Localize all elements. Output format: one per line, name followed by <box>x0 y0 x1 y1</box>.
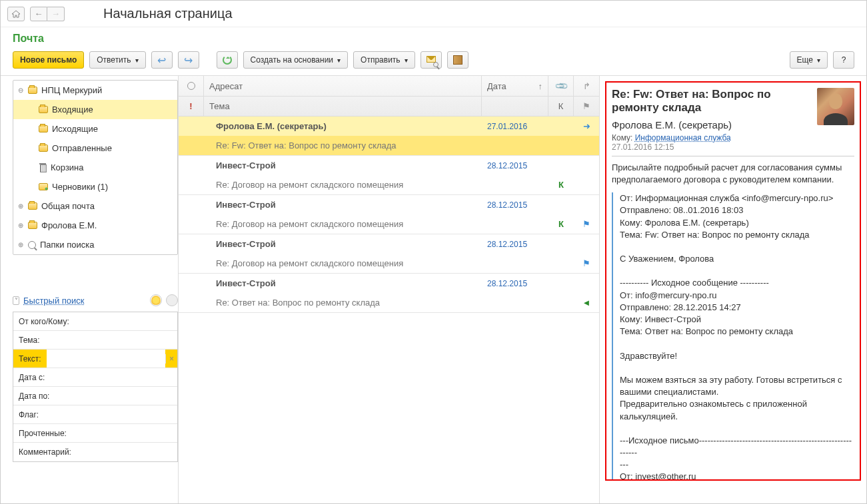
tree-label: Общая почта <box>41 201 95 211</box>
col-flag2[interactable]: ⚑ <box>574 97 599 116</box>
folder-icon <box>28 202 37 210</box>
qs-flag[interactable]: Флаг: <box>13 405 177 424</box>
circle-icon <box>187 82 195 90</box>
toolbar-search-button[interactable] <box>421 51 442 69</box>
tree-shared[interactable]: ⊕ Общая почта <box>13 196 177 216</box>
qs-date-to[interactable]: Дата по: <box>13 387 177 405</box>
home-icon <box>11 10 21 18</box>
tree-inbox[interactable]: Входящие <box>13 100 177 119</box>
forward-arrow-icon: ➜ <box>583 121 590 131</box>
home-button[interactable] <box>7 7 25 21</box>
folder-icon <box>39 125 48 132</box>
qs-subject[interactable]: Тема: <box>13 331 177 350</box>
tree-root[interactable]: ⊖ НПЦ Меркурий <box>13 81 177 100</box>
tree-label: Входящие <box>52 105 93 115</box>
col-read-indicator[interactable] <box>179 76 204 96</box>
send-button[interactable]: Отправить▾ <box>353 51 415 69</box>
arrow-right-icon: → <box>51 9 60 19</box>
col-k[interactable]: К <box>548 97 574 116</box>
qs-text-input[interactable] <box>47 350 165 368</box>
tree-outbox[interactable]: Исходящие <box>13 119 177 138</box>
mail-from: Инвест-Строй <box>204 160 482 170</box>
mail-item[interactable]: Фролова Е.М. (секретарь)27.01.2016➜Re: F… <box>179 117 599 156</box>
qs-comment[interactable]: Комментарий: <box>13 443 177 461</box>
flag-icon: ⚑ <box>582 219 590 229</box>
create-from-button[interactable]: Создать на основании▾ <box>243 51 349 69</box>
mail-item[interactable]: Инвест-Строй28.12.2015Re: Договор на рем… <box>179 195 599 234</box>
forward-button[interactable]: ↪ <box>178 51 199 69</box>
mail-from: Фролова Е.М. (секретарь) <box>204 121 482 131</box>
mail-item[interactable]: Инвест-Строй28.12.2015Re: Ответ на: Вопр… <box>179 274 599 313</box>
forward-icon: ↪ <box>184 54 193 67</box>
expand-icon[interactable]: ⊕ <box>17 202 24 210</box>
mail-date[interactable]: 28.12.2015 <box>487 200 527 210</box>
address-book-button[interactable] <box>447 51 468 69</box>
tree-label: Папки поиска <box>40 240 94 250</box>
envelope-search-icon <box>427 55 436 65</box>
tree-drafts[interactable]: Черновики (1) <box>13 177 177 196</box>
tree-frolova[interactable]: ⊕ Фролова Е.М. <box>13 216 177 235</box>
collapse-icon[interactable]: ⊖ <box>17 87 24 94</box>
mail-date[interactable]: 28.12.2015 <box>487 240 527 249</box>
col-priority[interactable]: ! <box>179 97 204 116</box>
sort-asc-icon: ↑ <box>538 81 543 91</box>
page-title: Начальная страница <box>103 6 233 21</box>
arrow-left-icon: ← <box>35 9 43 19</box>
tree-sent[interactable]: Отправленные <box>13 138 177 158</box>
preview-pane: Re: Fw: Ответ на: Вопрос по ремонту скла… <box>600 76 866 503</box>
tree-label: Отправленные <box>52 143 112 153</box>
search-icon <box>28 241 36 249</box>
book-icon <box>453 55 462 65</box>
col-addressee[interactable]: Адресат <box>204 76 482 96</box>
expand-icon[interactable]: ⊕ <box>17 222 24 229</box>
mail-date[interactable]: 28.12.2015 <box>487 161 527 170</box>
col-attachment[interactable]: 📎 <box>548 76 574 96</box>
preview-datetime: 27.01.2016 12:15 <box>612 142 854 152</box>
titlebar: ← → Начальная страница <box>1 1 866 27</box>
mail-from: Инвест-Строй <box>204 278 482 288</box>
qs-title-link[interactable]: Быстрый поиск <box>23 296 85 306</box>
expand-icon[interactable]: ⊕ <box>17 241 24 248</box>
qs-clear-button[interactable] <box>166 294 178 306</box>
draft-icon <box>39 183 48 190</box>
mail-item[interactable]: Инвест-Строй28.12.2015Re: Договор на рем… <box>179 234 599 274</box>
qs-hint-button[interactable] <box>150 294 162 306</box>
forward-button[interactable]: → <box>47 7 65 21</box>
qs-text-clear[interactable]: × <box>165 354 177 364</box>
tree-label: Фролова Е.М. <box>41 220 97 230</box>
col-subject[interactable]: Тема <box>204 97 482 116</box>
flag-icon: ⚑ <box>582 258 590 268</box>
refresh-button[interactable] <box>217 51 238 69</box>
col-flag[interactable]: ↱ <box>574 76 599 96</box>
mail-k: К <box>548 219 574 229</box>
reply-icon: ↩ <box>157 54 166 67</box>
sidebar: ⊖ НПЦ Меркурий Входящие Исходящие <box>1 76 179 503</box>
back-button[interactable]: ← <box>30 7 47 21</box>
mail-subject: Re: Fw: Ответ на: Вопрос по ремонту скла… <box>204 140 482 150</box>
help-button[interactable]: ? <box>833 51 854 69</box>
tree-label: НПЦ Меркурий <box>41 85 102 95</box>
qs-date-from[interactable]: Дата с: <box>13 368 177 387</box>
qs-collapse[interactable]: ˅ <box>13 296 19 305</box>
tree-search-folders[interactable]: ⊕ Папки поиска <box>13 235 177 254</box>
mail-item[interactable]: Инвест-Строй28.12.2015Re: Договор на рем… <box>179 156 599 195</box>
preview-to-link[interactable]: Информационная служба <box>635 133 731 142</box>
mail-date[interactable]: 28.12.2015 <box>487 279 527 288</box>
mail-subject: Re: Договор на ремонт складского помещен… <box>204 180 482 190</box>
mail-date[interactable]: 27.01.2016 <box>487 122 527 131</box>
folder-icon <box>39 144 48 152</box>
preview-body: Присылайте подробный расчет для согласов… <box>612 162 854 481</box>
tree-trash[interactable]: Корзина <box>13 158 177 177</box>
mail-from: Инвест-Строй <box>204 200 482 210</box>
preview-from: Фролова Е.М. (секретарь) <box>612 119 812 130</box>
qs-read[interactable]: Прочтенные: <box>13 424 177 443</box>
new-mail-button[interactable]: Новое письмо <box>13 51 84 69</box>
folder-icon <box>28 87 37 94</box>
bulb-icon <box>151 296 161 305</box>
reply-button[interactable]: Ответить▾ <box>89 51 145 69</box>
reply-all-button[interactable]: ↩ <box>151 51 173 69</box>
col-date[interactable]: Дата↑ <box>482 76 548 96</box>
tree-label: Черновики (1) <box>52 182 108 192</box>
qs-from-to[interactable]: От кого/Кому: <box>13 312 177 331</box>
more-button[interactable]: Еще▾ <box>790 51 828 69</box>
